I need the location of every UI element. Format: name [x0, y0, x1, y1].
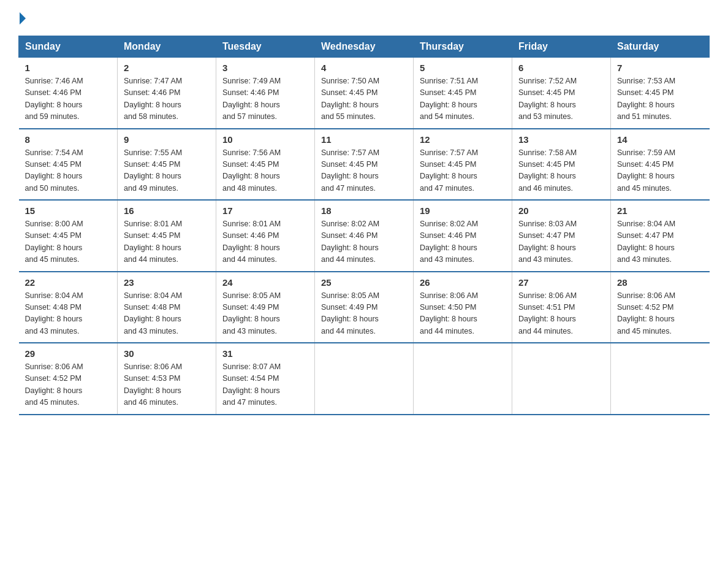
- calendar-cell: 18 Sunrise: 8:02 AM Sunset: 4:46 PM Dayl…: [315, 200, 414, 272]
- day-info: Sunrise: 7:46 AM Sunset: 4:46 PM Dayligh…: [25, 75, 112, 123]
- calendar-cell: 16 Sunrise: 8:01 AM Sunset: 4:45 PM Dayl…: [118, 200, 216, 272]
- calendar-cell: 13 Sunrise: 7:58 AM Sunset: 4:45 PM Dayl…: [512, 129, 611, 201]
- calendar-cell: 15 Sunrise: 8:00 AM Sunset: 4:45 PM Dayl…: [19, 200, 118, 272]
- header-thursday: Thursday: [414, 36, 512, 58]
- calendar-cell: 3 Sunrise: 7:49 AM Sunset: 4:46 PM Dayli…: [216, 58, 315, 129]
- day-number: 6: [518, 63, 604, 73]
- day-number: 31: [222, 348, 308, 359]
- day-number: 18: [321, 205, 407, 216]
- day-info: Sunrise: 8:00 AM Sunset: 4:45 PM Dayligh…: [25, 218, 112, 266]
- day-info: Sunrise: 7:54 AM Sunset: 4:45 PM Dayligh…: [25, 147, 112, 195]
- day-number: 5: [420, 63, 506, 73]
- day-number: 27: [518, 277, 604, 288]
- day-info: Sunrise: 8:04 AM Sunset: 4:47 PM Dayligh…: [617, 218, 703, 266]
- calendar-cell: 1 Sunrise: 7:46 AM Sunset: 4:46 PM Dayli…: [19, 58, 118, 129]
- calendar-week-row: 1 Sunrise: 7:46 AM Sunset: 4:46 PM Dayli…: [19, 58, 710, 129]
- calendar-cell: 6 Sunrise: 7:52 AM Sunset: 4:45 PM Dayli…: [512, 58, 611, 129]
- day-info: Sunrise: 8:06 AM Sunset: 4:50 PM Dayligh…: [420, 290, 506, 338]
- day-info: Sunrise: 8:05 AM Sunset: 4:49 PM Dayligh…: [321, 290, 407, 338]
- day-info: Sunrise: 8:06 AM Sunset: 4:52 PM Dayligh…: [617, 290, 703, 338]
- header-monday: Monday: [118, 36, 216, 58]
- day-number: 25: [321, 277, 407, 288]
- day-info: Sunrise: 8:02 AM Sunset: 4:46 PM Dayligh…: [321, 218, 407, 266]
- day-number: 13: [518, 134, 604, 145]
- calendar-cell: 30 Sunrise: 8:06 AM Sunset: 4:53 PM Dayl…: [118, 343, 216, 415]
- calendar-cell: [512, 343, 611, 415]
- calendar-cell: 31 Sunrise: 8:07 AM Sunset: 4:54 PM Dayl…: [216, 343, 315, 415]
- day-number: 20: [518, 205, 604, 216]
- calendar-cell: 14 Sunrise: 7:59 AM Sunset: 4:45 PM Dayl…: [611, 129, 710, 201]
- calendar-cell: 2 Sunrise: 7:47 AM Sunset: 4:46 PM Dayli…: [118, 58, 216, 129]
- calendar-cell: 25 Sunrise: 8:05 AM Sunset: 4:49 PM Dayl…: [315, 272, 414, 343]
- logo: [18, 12, 26, 25]
- day-number: 14: [617, 134, 703, 145]
- day-number: 30: [124, 348, 210, 359]
- day-info: Sunrise: 8:01 AM Sunset: 4:45 PM Dayligh…: [124, 218, 210, 266]
- calendar-cell: 28 Sunrise: 8:06 AM Sunset: 4:52 PM Dayl…: [611, 272, 710, 343]
- day-info: Sunrise: 7:49 AM Sunset: 4:46 PM Dayligh…: [222, 75, 308, 123]
- calendar-cell: [414, 343, 512, 415]
- calendar-cell: 8 Sunrise: 7:54 AM Sunset: 4:45 PM Dayli…: [19, 129, 118, 201]
- day-number: 2: [124, 63, 210, 73]
- calendar-cell: 24 Sunrise: 8:05 AM Sunset: 4:49 PM Dayl…: [216, 272, 315, 343]
- calendar-week-row: 22 Sunrise: 8:04 AM Sunset: 4:48 PM Dayl…: [19, 272, 710, 343]
- day-number: 4: [321, 63, 407, 73]
- calendar-cell: 17 Sunrise: 8:01 AM Sunset: 4:46 PM Dayl…: [216, 200, 315, 272]
- day-info: Sunrise: 7:57 AM Sunset: 4:45 PM Dayligh…: [420, 147, 506, 195]
- day-number: 26: [420, 277, 506, 288]
- calendar-week-row: 29 Sunrise: 8:06 AM Sunset: 4:52 PM Dayl…: [19, 343, 710, 415]
- day-info: Sunrise: 7:57 AM Sunset: 4:45 PM Dayligh…: [321, 147, 407, 195]
- day-number: 28: [617, 277, 703, 288]
- calendar-cell: 11 Sunrise: 7:57 AM Sunset: 4:45 PM Dayl…: [315, 129, 414, 201]
- day-info: Sunrise: 7:59 AM Sunset: 4:45 PM Dayligh…: [617, 147, 703, 195]
- calendar-cell: [611, 343, 710, 415]
- calendar-cell: 26 Sunrise: 8:06 AM Sunset: 4:50 PM Dayl…: [414, 272, 512, 343]
- header-saturday: Saturday: [611, 36, 710, 58]
- day-info: Sunrise: 7:55 AM Sunset: 4:45 PM Dayligh…: [124, 147, 210, 195]
- day-number: 19: [420, 205, 506, 216]
- calendar-header-row: SundayMondayTuesdayWednesdayThursdayFrid…: [19, 36, 710, 58]
- day-number: 29: [25, 348, 112, 359]
- calendar-cell: 22 Sunrise: 8:04 AM Sunset: 4:48 PM Dayl…: [19, 272, 118, 343]
- calendar-cell: 10 Sunrise: 7:56 AM Sunset: 4:45 PM Dayl…: [216, 129, 315, 201]
- calendar-cell: 4 Sunrise: 7:50 AM Sunset: 4:45 PM Dayli…: [315, 58, 414, 129]
- calendar-cell: 29 Sunrise: 8:06 AM Sunset: 4:52 PM Dayl…: [19, 343, 118, 415]
- calendar-cell: 21 Sunrise: 8:04 AM Sunset: 4:47 PM Dayl…: [611, 200, 710, 272]
- day-info: Sunrise: 8:04 AM Sunset: 4:48 PM Dayligh…: [124, 290, 210, 338]
- calendar-cell: 27 Sunrise: 8:06 AM Sunset: 4:51 PM Dayl…: [512, 272, 611, 343]
- day-info: Sunrise: 8:07 AM Sunset: 4:54 PM Dayligh…: [222, 361, 308, 409]
- day-info: Sunrise: 8:03 AM Sunset: 4:47 PM Dayligh…: [518, 218, 604, 266]
- day-info: Sunrise: 8:05 AM Sunset: 4:49 PM Dayligh…: [222, 290, 308, 338]
- calendar-cell: 9 Sunrise: 7:55 AM Sunset: 4:45 PM Dayli…: [118, 129, 216, 201]
- day-number: 7: [617, 63, 703, 73]
- page-header: [18, 12, 710, 25]
- header-tuesday: Tuesday: [216, 36, 315, 58]
- day-number: 9: [124, 134, 210, 145]
- day-info: Sunrise: 7:47 AM Sunset: 4:46 PM Dayligh…: [124, 75, 210, 123]
- calendar-cell: 7 Sunrise: 7:53 AM Sunset: 4:45 PM Dayli…: [611, 58, 710, 129]
- day-info: Sunrise: 8:01 AM Sunset: 4:46 PM Dayligh…: [222, 218, 308, 266]
- day-number: 10: [222, 134, 308, 145]
- calendar-cell: 19 Sunrise: 8:02 AM Sunset: 4:46 PM Dayl…: [414, 200, 512, 272]
- header-sunday: Sunday: [19, 36, 118, 58]
- day-info: Sunrise: 7:56 AM Sunset: 4:45 PM Dayligh…: [222, 147, 308, 195]
- calendar-week-row: 8 Sunrise: 7:54 AM Sunset: 4:45 PM Dayli…: [19, 129, 710, 201]
- day-number: 23: [124, 277, 210, 288]
- calendar-cell: 23 Sunrise: 8:04 AM Sunset: 4:48 PM Dayl…: [118, 272, 216, 343]
- day-number: 22: [25, 277, 112, 288]
- day-info: Sunrise: 8:02 AM Sunset: 4:46 PM Dayligh…: [420, 218, 506, 266]
- day-number: 24: [222, 277, 308, 288]
- header-wednesday: Wednesday: [315, 36, 414, 58]
- day-info: Sunrise: 7:52 AM Sunset: 4:45 PM Dayligh…: [518, 75, 604, 123]
- day-number: 1: [25, 63, 112, 73]
- calendar-cell: 20 Sunrise: 8:03 AM Sunset: 4:47 PM Dayl…: [512, 200, 611, 272]
- day-info: Sunrise: 8:04 AM Sunset: 4:48 PM Dayligh…: [25, 290, 112, 338]
- day-number: 16: [124, 205, 210, 216]
- day-info: Sunrise: 8:06 AM Sunset: 4:53 PM Dayligh…: [124, 361, 210, 409]
- day-number: 12: [420, 134, 506, 145]
- day-number: 3: [222, 63, 308, 73]
- calendar-week-row: 15 Sunrise: 8:00 AM Sunset: 4:45 PM Dayl…: [19, 200, 710, 272]
- header-friday: Friday: [512, 36, 611, 58]
- calendar-cell: 5 Sunrise: 7:51 AM Sunset: 4:45 PM Dayli…: [414, 58, 512, 129]
- day-number: 15: [25, 205, 112, 216]
